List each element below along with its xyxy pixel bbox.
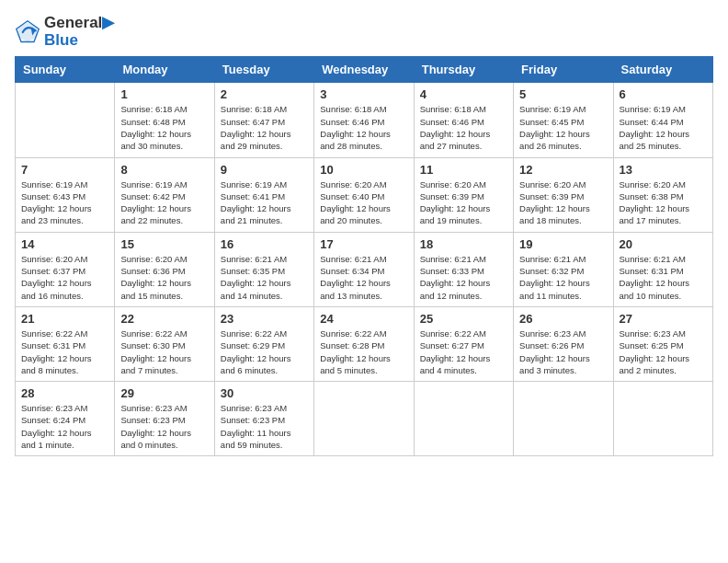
logo-text: General▶ Blue — [44, 15, 114, 49]
day-number: 30 — [221, 386, 308, 400]
day-info: Sunrise: 6:22 AM Sunset: 6:30 PM Dayligh… — [120, 327, 208, 376]
day-cell — [16, 83, 115, 157]
day-info: Sunrise: 6:18 AM Sunset: 6:48 PM Dayligh… — [120, 103, 208, 152]
day-number: 10 — [320, 163, 407, 177]
day-info: Sunrise: 6:23 AM Sunset: 6:24 PM Dayligh… — [21, 402, 108, 451]
day-number: 26 — [519, 312, 607, 326]
day-info: Sunrise: 6:18 AM Sunset: 6:46 PM Dayligh… — [320, 103, 407, 152]
day-number: 24 — [320, 312, 407, 326]
day-info: Sunrise: 6:20 AM Sunset: 6:39 PM Dayligh… — [420, 178, 507, 227]
week-row-3: 14Sunrise: 6:20 AM Sunset: 6:37 PM Dayli… — [16, 232, 713, 306]
day-number: 6 — [620, 87, 707, 101]
day-info: Sunrise: 6:22 AM Sunset: 6:27 PM Dayligh… — [420, 327, 507, 376]
day-info: Sunrise: 6:20 AM Sunset: 6:36 PM Dayligh… — [120, 253, 208, 302]
day-cell: 20Sunrise: 6:21 AM Sunset: 6:31 PM Dayli… — [613, 232, 712, 306]
day-cell — [314, 382, 414, 456]
day-info: Sunrise: 6:23 AM Sunset: 6:23 PM Dayligh… — [120, 402, 208, 451]
day-number: 18 — [420, 237, 507, 251]
day-cell: 5Sunrise: 6:19 AM Sunset: 6:45 PM Daylig… — [514, 83, 613, 157]
col-header-monday: Monday — [115, 57, 214, 83]
day-number: 1 — [120, 87, 208, 101]
day-info: Sunrise: 6:20 AM Sunset: 6:38 PM Dayligh… — [620, 178, 707, 227]
day-number: 16 — [221, 237, 308, 251]
day-cell: 25Sunrise: 6:22 AM Sunset: 6:27 PM Dayli… — [414, 306, 513, 381]
col-header-tuesday: Tuesday — [214, 57, 313, 83]
day-number: 8 — [120, 163, 208, 177]
day-cell: 6Sunrise: 6:19 AM Sunset: 6:44 PM Daylig… — [613, 83, 712, 157]
day-number: 4 — [420, 87, 507, 101]
day-info: Sunrise: 6:18 AM Sunset: 6:47 PM Dayligh… — [221, 103, 308, 152]
day-cell: 22Sunrise: 6:22 AM Sunset: 6:30 PM Dayli… — [115, 306, 214, 381]
day-info: Sunrise: 6:19 AM Sunset: 6:42 PM Dayligh… — [120, 178, 208, 227]
day-number: 20 — [620, 237, 707, 251]
day-number: 25 — [420, 312, 507, 326]
day-number: 17 — [320, 237, 407, 251]
day-number: 3 — [320, 87, 407, 101]
day-info: Sunrise: 6:21 AM Sunset: 6:35 PM Dayligh… — [221, 253, 308, 302]
day-cell — [613, 382, 712, 456]
col-header-wednesday: Wednesday — [314, 57, 414, 83]
day-cell: 9Sunrise: 6:19 AM Sunset: 6:41 PM Daylig… — [214, 157, 313, 232]
day-info: Sunrise: 6:18 AM Sunset: 6:46 PM Dayligh… — [420, 103, 507, 152]
day-cell: 10Sunrise: 6:20 AM Sunset: 6:40 PM Dayli… — [314, 157, 414, 232]
day-cell: 12Sunrise: 6:20 AM Sunset: 6:39 PM Dayli… — [514, 157, 613, 232]
col-header-saturday: Saturday — [613, 57, 712, 83]
day-cell: 24Sunrise: 6:22 AM Sunset: 6:28 PM Dayli… — [314, 306, 414, 381]
day-cell: 8Sunrise: 6:19 AM Sunset: 6:42 PM Daylig… — [115, 157, 214, 232]
day-number: 21 — [21, 312, 108, 326]
day-cell: 14Sunrise: 6:20 AM Sunset: 6:37 PM Dayli… — [16, 232, 115, 306]
calendar-table: SundayMondayTuesdayWednesdayThursdayFrid… — [15, 56, 713, 456]
day-info: Sunrise: 6:20 AM Sunset: 6:39 PM Dayligh… — [519, 178, 607, 227]
day-number: 28 — [21, 386, 108, 400]
day-number: 12 — [519, 163, 607, 177]
day-info: Sunrise: 6:20 AM Sunset: 6:40 PM Dayligh… — [320, 178, 407, 227]
week-row-5: 28Sunrise: 6:23 AM Sunset: 6:24 PM Dayli… — [16, 382, 713, 456]
logo: General▶ Blue — [15, 15, 114, 49]
day-info: Sunrise: 6:22 AM Sunset: 6:31 PM Dayligh… — [21, 327, 108, 376]
week-row-2: 7Sunrise: 6:19 AM Sunset: 6:43 PM Daylig… — [16, 157, 713, 232]
day-info: Sunrise: 6:19 AM Sunset: 6:44 PM Dayligh… — [620, 103, 707, 152]
day-number: 23 — [221, 312, 308, 326]
day-info: Sunrise: 6:21 AM Sunset: 6:31 PM Dayligh… — [620, 253, 707, 302]
day-cell: 16Sunrise: 6:21 AM Sunset: 6:35 PM Dayli… — [214, 232, 313, 306]
day-number: 11 — [420, 163, 507, 177]
day-number: 7 — [21, 163, 108, 177]
day-cell — [414, 382, 513, 456]
col-header-sunday: Sunday — [16, 57, 115, 83]
day-info: Sunrise: 6:21 AM Sunset: 6:32 PM Dayligh… — [519, 253, 607, 302]
day-cell: 2Sunrise: 6:18 AM Sunset: 6:47 PM Daylig… — [214, 83, 313, 157]
day-info: Sunrise: 6:19 AM Sunset: 6:41 PM Dayligh… — [221, 178, 308, 227]
day-info: Sunrise: 6:23 AM Sunset: 6:23 PM Dayligh… — [221, 402, 308, 451]
week-row-1: 1Sunrise: 6:18 AM Sunset: 6:48 PM Daylig… — [16, 83, 713, 157]
day-cell: 30Sunrise: 6:23 AM Sunset: 6:23 PM Dayli… — [214, 382, 313, 456]
day-cell: 1Sunrise: 6:18 AM Sunset: 6:48 PM Daylig… — [115, 83, 214, 157]
day-number: 13 — [620, 163, 707, 177]
day-cell: 11Sunrise: 6:20 AM Sunset: 6:39 PM Dayli… — [414, 157, 513, 232]
day-number: 15 — [120, 237, 208, 251]
day-number: 5 — [519, 87, 607, 101]
col-header-friday: Friday — [514, 57, 613, 83]
day-cell: 29Sunrise: 6:23 AM Sunset: 6:23 PM Dayli… — [115, 382, 214, 456]
day-cell: 23Sunrise: 6:22 AM Sunset: 6:29 PM Dayli… — [214, 306, 313, 381]
day-number: 14 — [21, 237, 108, 251]
day-number: 19 — [519, 237, 607, 251]
page-header: General▶ Blue — [15, 15, 713, 49]
day-info: Sunrise: 6:19 AM Sunset: 6:45 PM Dayligh… — [519, 103, 607, 152]
day-info: Sunrise: 6:21 AM Sunset: 6:33 PM Dayligh… — [420, 253, 507, 302]
day-cell: 18Sunrise: 6:21 AM Sunset: 6:33 PM Dayli… — [414, 232, 513, 306]
day-cell: 7Sunrise: 6:19 AM Sunset: 6:43 PM Daylig… — [16, 157, 115, 232]
day-info: Sunrise: 6:19 AM Sunset: 6:43 PM Dayligh… — [21, 178, 108, 227]
day-number: 2 — [221, 87, 308, 101]
day-cell: 26Sunrise: 6:23 AM Sunset: 6:26 PM Dayli… — [514, 306, 613, 381]
day-info: Sunrise: 6:20 AM Sunset: 6:37 PM Dayligh… — [21, 253, 108, 302]
day-cell: 13Sunrise: 6:20 AM Sunset: 6:38 PM Dayli… — [613, 157, 712, 232]
day-number: 9 — [221, 163, 308, 177]
day-cell: 19Sunrise: 6:21 AM Sunset: 6:32 PM Dayli… — [514, 232, 613, 306]
day-info: Sunrise: 6:22 AM Sunset: 6:28 PM Dayligh… — [320, 327, 407, 376]
week-row-4: 21Sunrise: 6:22 AM Sunset: 6:31 PM Dayli… — [16, 306, 713, 381]
calendar-header-row: SundayMondayTuesdayWednesdayThursdayFrid… — [16, 57, 713, 83]
day-cell: 21Sunrise: 6:22 AM Sunset: 6:31 PM Dayli… — [16, 306, 115, 381]
day-cell: 17Sunrise: 6:21 AM Sunset: 6:34 PM Dayli… — [314, 232, 414, 306]
day-cell: 28Sunrise: 6:23 AM Sunset: 6:24 PM Dayli… — [16, 382, 115, 456]
day-cell — [514, 382, 613, 456]
